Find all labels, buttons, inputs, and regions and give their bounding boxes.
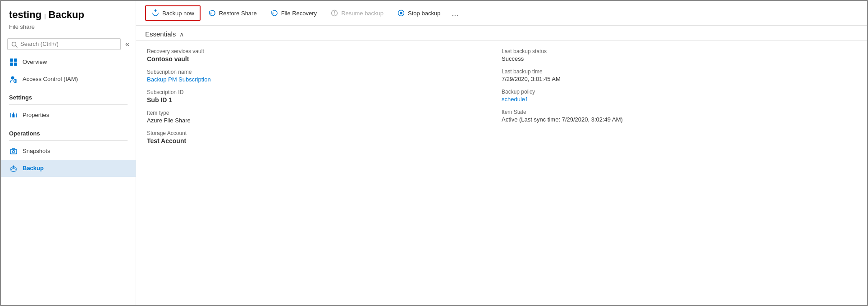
search-box[interactable] [7, 38, 121, 50]
svg-rect-13 [14, 114, 15, 117]
toolbar: Backup now Restore Share [136, 1, 867, 26]
search-input[interactable] [20, 40, 117, 47]
sidebar-item-overview-label: Overview [23, 58, 47, 65]
svg-rect-15 [10, 149, 17, 154]
sidebar-item-iam-label: Access Control (IAM) [23, 76, 78, 82]
details-right-col: Last backup status Success Last backup t… [502, 48, 856, 298]
snapshots-icon [9, 147, 18, 156]
sidebar-item-snapshots-label: Snapshots [23, 148, 50, 154]
svg-line-1 [16, 45, 18, 47]
svg-rect-4 [10, 63, 13, 66]
backup-policy-label: Backup policy [502, 89, 856, 95]
sidebar-item-snapshots[interactable]: Snapshots [1, 143, 136, 160]
storage-account-label: Storage Account [147, 130, 502, 136]
restore-icon [208, 9, 216, 17]
operations-divider [9, 140, 128, 141]
svg-rect-11 [12, 114, 13, 117]
search-row: « [1, 35, 136, 54]
sidebar-item-properties[interactable]: Properties [1, 107, 136, 124]
item-type-label: Item type [147, 110, 502, 116]
sidebar: testing|Backup File share « [1, 1, 136, 305]
svg-point-16 [13, 150, 15, 153]
backup-icon [9, 164, 18, 173]
last-backup-time-label: Last backup time [502, 68, 856, 75]
sidebar-item-backup-label: Backup [23, 165, 44, 171]
restore-share-label: Restore Share [219, 10, 257, 17]
settings-divider [9, 104, 128, 105]
restore-share-button[interactable]: Restore Share [202, 6, 263, 20]
backup-now-label: Backup now [162, 10, 194, 17]
sidebar-nav: Overview Access Control (IAM) Settings [1, 54, 136, 305]
resume-icon [330, 9, 338, 17]
vault-value: Contoso vault [147, 55, 502, 63]
file-recovery-label: File Recovery [281, 10, 317, 17]
details-left-col: Recovery services vault Contoso vault Su… [147, 48, 502, 298]
stop-backup-label: Stop backup [408, 10, 440, 17]
subscription-id-label: Subscription ID [147, 89, 502, 95]
stop-backup-button[interactable]: Stop backup [391, 6, 446, 20]
overview-icon [9, 58, 18, 67]
title-separator: | [44, 13, 46, 19]
svg-rect-21 [400, 12, 402, 14]
detail-storage-account: Storage Account Test Account [147, 130, 502, 144]
subscription-name-label: Subscription name [147, 69, 502, 75]
iam-icon [9, 75, 18, 84]
app-container: testing|Backup File share « [0, 0, 868, 306]
svg-rect-3 [14, 58, 17, 62]
detail-subscription-id: Subscription ID Sub ID 1 [147, 89, 502, 104]
svg-rect-12 [13, 112, 14, 117]
detail-item-state: Item State Active (Last sync time: 7/29/… [502, 109, 856, 123]
last-backup-status-value: Success [502, 55, 856, 62]
subscription-name-value[interactable]: Backup PM Subscription [147, 76, 211, 83]
backup-now-button[interactable]: Backup now [145, 5, 201, 21]
detail-backup-policy: Backup policy schedule1 [502, 89, 856, 103]
svg-rect-14 [16, 113, 17, 117]
item-type-value: Azure File Share [147, 117, 502, 124]
svg-rect-10 [10, 113, 11, 117]
detail-last-backup-time: Last backup time 7/29/2020, 3:01:45 AM [502, 68, 856, 82]
resource-name: testing [9, 9, 41, 20]
item-state-label: Item State [502, 109, 856, 115]
detail-subscription-name: Subscription name Backup PM Subscription [147, 69, 502, 83]
svg-point-6 [11, 76, 14, 79]
sidebar-item-iam[interactable]: Access Control (IAM) [1, 71, 136, 88]
page-title: Backup [49, 9, 84, 20]
more-button[interactable]: ... [448, 7, 462, 20]
svg-point-17 [11, 169, 16, 171]
svg-rect-5 [14, 63, 17, 66]
search-icon [11, 40, 18, 48]
last-backup-time-value: 7/29/2020, 3:01:45 AM [502, 76, 856, 82]
storage-account-value: Test Account [147, 137, 502, 144]
sidebar-item-properties-label: Properties [23, 112, 49, 118]
detail-last-backup-status: Last backup status Success [502, 48, 856, 62]
file-recovery-icon [270, 9, 279, 17]
sidebar-item-backup[interactable]: Backup [1, 160, 136, 177]
essentials-title: Essentials [145, 30, 176, 38]
svg-point-19 [334, 14, 335, 15]
file-recovery-button[interactable]: File Recovery [265, 6, 323, 20]
subscription-id-value: Sub ID 1 [147, 96, 502, 104]
collapse-button[interactable]: « [123, 39, 131, 49]
vault-label: Recovery services vault [147, 48, 502, 54]
essentials-chevron-icon[interactable]: ∧ [179, 31, 184, 38]
operations-section-label: Operations [1, 124, 136, 139]
page-header: testing|Backup [1, 1, 136, 22]
backup-policy-value[interactable]: schedule1 [502, 96, 528, 103]
backup-now-icon [151, 9, 160, 17]
detail-item-type: Item type Azure File Share [147, 110, 502, 124]
essentials-header: Essentials ∧ [136, 26, 867, 40]
settings-section-label: Settings [1, 88, 136, 103]
svg-rect-2 [10, 58, 13, 62]
resource-type: File share [1, 22, 136, 35]
resume-backup-button[interactable]: Resume backup [324, 6, 389, 20]
detail-vault: Recovery services vault Contoso vault [147, 48, 502, 63]
last-backup-status-label: Last backup status [502, 48, 856, 54]
sidebar-item-overview[interactable]: Overview [1, 54, 136, 71]
stop-icon [397, 9, 405, 17]
properties-icon [9, 111, 18, 120]
details-grid: Recovery services vault Contoso vault Su… [136, 41, 867, 305]
resume-backup-label: Resume backup [341, 10, 384, 17]
main-content: Backup now Restore Share [136, 1, 867, 305]
item-state-value: Active (Last sync time: 7/29/2020, 3:02:… [502, 116, 856, 123]
